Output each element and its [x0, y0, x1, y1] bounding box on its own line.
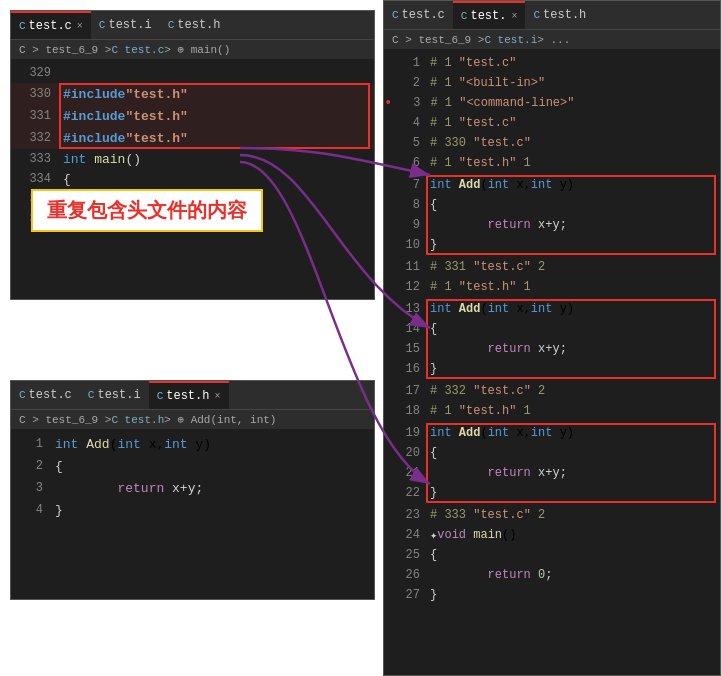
r-line-17: 17 # 332 "test.c" 2 [384, 381, 720, 401]
close-icon-r[interactable]: × [511, 11, 517, 22]
code-line-332: 332 #include"test.h" [11, 127, 374, 149]
right-code-area: 1 # 1 "test.c" 2 # 1 "<built-in>" • 3 # … [384, 49, 720, 609]
r-line-5: 5 # 330 "test.c" [384, 133, 720, 153]
code-text: #include"test.h" [63, 131, 188, 146]
c-icon-r3: C [533, 9, 540, 21]
c-icon-bl2: C [88, 389, 95, 401]
r-line-18: 18 # 1 "test.h" 1 [384, 401, 720, 421]
r-tab-testc[interactable]: C test.c [384, 1, 453, 29]
r-tab-testc-label: test.c [402, 8, 445, 22]
line-num: 333 [15, 152, 51, 166]
line-num: 329 [15, 66, 51, 80]
top-left-breadcrumb: C > test_6_9 > C test.c > ⊕ main() [11, 39, 374, 59]
line-num: 1 [15, 437, 43, 451]
top-left-tabbar: C test.c × C test.i C test.h [11, 11, 374, 39]
r-line-11: 11 # 331 "test.c" 2 [384, 257, 720, 277]
bl-line-3: 3 return x+y; [11, 477, 374, 499]
code-text: int main() [63, 152, 141, 167]
right-tabbar: C test.c C test. × C test.h [384, 1, 720, 29]
r-line-1: 1 # 1 "test.c" [384, 53, 720, 73]
bl-line-2: 2 { [11, 455, 374, 477]
zh-label: 重复包含头文件的内容 [31, 189, 263, 232]
code-line-333: 333 int main() [11, 149, 374, 169]
code-text: int Add(int x,int y) [55, 437, 211, 452]
r-line-24: 24 ✦ void main() [384, 525, 720, 545]
code-text: { [63, 172, 71, 187]
bottom-left-panel: C test.c C test.i C test.h × C > test_6_… [10, 380, 375, 600]
r-line-6: 6 # 1 "test.h" 1 [384, 153, 720, 173]
code-line-334: 334 { [11, 169, 374, 189]
bl-tab-testi[interactable]: C test.i [80, 381, 149, 409]
r-line-26: 26 return 0; [384, 565, 720, 585]
r-line-3: • 3 # 1 "<command-line>" [384, 93, 720, 113]
bottom-left-tabbar: C test.c C test.i C test.h × [11, 381, 374, 409]
c-icon-r2: C [461, 10, 468, 22]
c-icon: C [19, 20, 26, 32]
tab-testc-label: test.c [29, 19, 72, 33]
top-left-panel: C test.c × C test.i C test.h C > test_6_… [10, 10, 375, 300]
tab-testi-label: test.i [108, 18, 151, 32]
tab-testh-label: test.h [177, 18, 220, 32]
code-area-top-left: 329 330 #include"test.h" 331 #include"te… [11, 59, 374, 233]
r-tab-testh[interactable]: C test.h [525, 1, 594, 29]
r-line-12: 12 # 1 "test.h" 1 [384, 277, 720, 297]
code-text: #include"test.h" [63, 109, 188, 124]
line-num: 332 [15, 131, 51, 145]
zh-label-text: 重复包含头文件的内容 [47, 199, 247, 221]
code-text: } [55, 503, 63, 518]
line-num: 334 [15, 172, 51, 186]
line-num: 2 [15, 459, 43, 473]
code-line-329: 329 [11, 63, 374, 83]
bottom-left-breadcrumb: C > test_6_9 > C test.h > ⊕ Add(int, int… [11, 409, 374, 429]
r-block-1: 7 int Add(int x,int y) 8 { 9 return x+y;… [384, 175, 720, 255]
r-block-3: 19 int Add(int x,int y) 20 { 21 return x… [384, 423, 720, 503]
r-tab-testi[interactable]: C test. × [453, 1, 526, 29]
r-line-23: 23 # 333 "test.c" 2 [384, 505, 720, 525]
r-tab-testh-label: test.h [543, 8, 586, 22]
line-num: 331 [15, 109, 51, 123]
line-num: 4 [15, 503, 43, 517]
bl-tab-testh-label: test.h [166, 389, 209, 403]
bl-line-1: 1 int Add(int x,int y) [11, 433, 374, 455]
tab-testi[interactable]: C test.i [91, 11, 160, 39]
line-num: 330 [15, 87, 51, 101]
r-line-27: 27 } [384, 585, 720, 605]
code-line-331: 331 #include"test.h" [11, 105, 374, 127]
c-icon-3: C [168, 19, 175, 31]
bl-tab-testh[interactable]: C test.h × [149, 381, 229, 409]
bl-tab-testc-label: test.c [29, 388, 72, 402]
r-tab-testi-label: test. [470, 9, 506, 23]
r-line-2: 2 # 1 "<built-in>" [384, 73, 720, 93]
code-area-bottom-left: 1 int Add(int x,int y) 2 { 3 return x+y;… [11, 429, 374, 525]
r-line-25: 25 { [384, 545, 720, 565]
tab-testh[interactable]: C test.h [160, 11, 229, 39]
code-text: return x+y; [55, 481, 203, 496]
bl-tab-testc[interactable]: C test.c [11, 381, 80, 409]
c-icon-bl1: C [19, 389, 26, 401]
tab-testc[interactable]: C test.c × [11, 11, 91, 39]
c-icon-r1: C [392, 9, 399, 21]
right-breadcrumb: C > test_6_9 > C test.i > ... [384, 29, 720, 49]
include-highlight-box: 330 #include"test.h" 331 #include"test.h… [11, 83, 374, 149]
close-icon[interactable]: × [77, 21, 83, 32]
r-line-4: 4 # 1 "test.c" [384, 113, 720, 133]
right-panel: C test.c C test. × C test.h C > test_6_9… [383, 0, 721, 676]
r-block-2: 13 int Add(int x,int y) 14 { 15 return x… [384, 299, 720, 379]
close-icon-bl[interactable]: × [214, 391, 220, 402]
line-num: 3 [15, 481, 43, 495]
c-icon-2: C [99, 19, 106, 31]
code-text: { [55, 459, 63, 474]
bl-tab-testi-label: test.i [97, 388, 140, 402]
bl-line-4: 4 } [11, 499, 374, 521]
c-icon-bl3: C [157, 390, 164, 402]
code-line-330: 330 #include"test.h" [11, 83, 374, 105]
code-text: #include"test.h" [63, 87, 188, 102]
